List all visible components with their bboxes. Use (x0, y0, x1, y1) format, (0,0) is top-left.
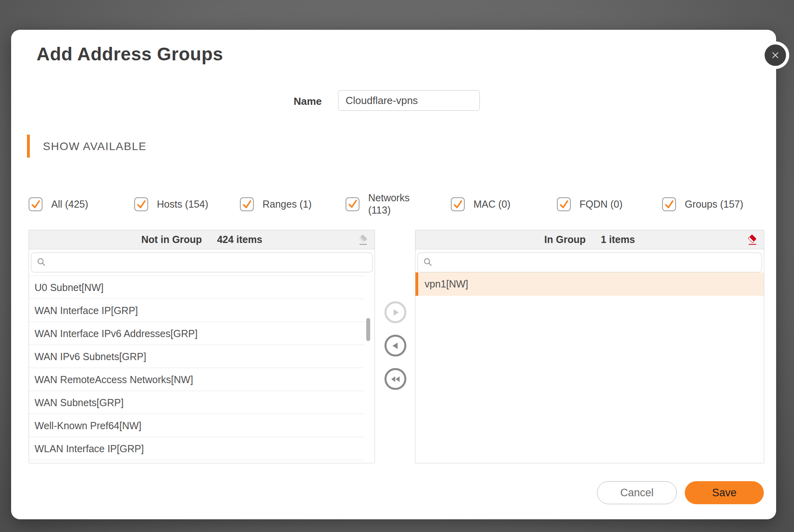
in-group-title: In Group (544, 234, 585, 245)
not-in-group-header: Not in Group 424 items (29, 230, 375, 249)
not-in-group-list: U0 Subnet[NW] WAN Interface IP[GRP] WAN … (29, 272, 375, 460)
filter-label: Hosts (154) (157, 199, 208, 210)
filter-label: All (425) (51, 199, 88, 210)
in-group-count: 1 items (601, 234, 635, 245)
move-right-button[interactable] (384, 301, 406, 323)
checkbox-checked-icon[interactable] (346, 197, 359, 211)
double-arrow-left-icon (390, 375, 401, 384)
name-field-label: Name (249, 95, 322, 108)
in-group-header: In Group 1 items (415, 230, 764, 249)
search-icon (37, 257, 47, 268)
list-item[interactable]: WAN Subnets[GRP] (29, 391, 364, 414)
in-group-list: vpn1[NW] (415, 272, 764, 296)
checkbox-checked-icon[interactable] (29, 197, 43, 211)
in-group-panel: In Group 1 items vpn1[NW] (415, 230, 764, 463)
type-filter-checkbox-item[interactable]: All (425) (29, 197, 88, 211)
save-button[interactable]: Save (685, 481, 764, 504)
checkbox-checked-icon[interactable] (662, 197, 676, 211)
list-item[interactable]: WAN RemoteAccess Networks[NW] (29, 368, 364, 391)
clear-group-eraser-icon[interactable] (746, 233, 759, 246)
arrow-right-icon (391, 308, 400, 317)
list-item[interactable]: U0 Subnet[NW] (29, 276, 364, 299)
filter-label: Groups (157) (685, 199, 743, 210)
in-group-search[interactable] (417, 253, 762, 272)
list-item[interactable]: WLAN Interface IP[GRP] (29, 437, 364, 460)
type-filter-checkbox-item[interactable]: Hosts (154) (134, 197, 208, 211)
list-item[interactable]: WAN IPv6 Subnets[GRP] (29, 345, 364, 368)
type-filter-checkbox-item[interactable]: Ranges (1) (240, 197, 312, 211)
type-filter-checkbox-item[interactable]: Networks (113) (346, 192, 419, 216)
add-address-groups-dialog: Add Address Groups Name SHOW AVAILABLE A… (11, 30, 776, 519)
filter-label: MAC (0) (473, 199, 510, 210)
filter-label: Networks (113) (368, 192, 419, 216)
checkbox-checked-icon[interactable] (240, 197, 254, 211)
in-group-search-input[interactable] (437, 257, 756, 268)
section-header-show-available: SHOW AVAILABLE (43, 140, 147, 153)
close-button[interactable] (765, 44, 786, 66)
not-in-group-title: Not in Group (141, 234, 202, 245)
clear-list-eraser-icon[interactable] (357, 233, 369, 246)
checkbox-checked-icon[interactable] (134, 197, 148, 211)
not-in-group-panel: Not in Group 424 items U0 Subnet[NW] (29, 230, 375, 463)
list-item[interactable]: WAN Interface IP[GRP] (29, 299, 364, 322)
not-in-group-search[interactable] (31, 253, 373, 272)
checkbox-checked-icon[interactable] (451, 197, 465, 211)
move-left-button[interactable] (384, 335, 406, 357)
list-item[interactable]: WAN Interface IPv6 Addresses[GRP] (29, 322, 364, 345)
cancel-button[interactable]: Cancel (597, 481, 677, 504)
section-accent-bar (27, 135, 30, 158)
list-item[interactable]: Well-Known Pref64[NW] (29, 414, 364, 437)
dialog-title: Add Address Groups (37, 43, 223, 65)
type-filter-checkbox-item[interactable]: Groups (157) (662, 197, 743, 211)
selected-group-member[interactable]: vpn1[NW] (415, 272, 764, 296)
search-icon (423, 257, 433, 268)
type-filter-checkbox-item[interactable]: FQDN (0) (557, 197, 622, 211)
not-in-group-count: 424 items (217, 234, 262, 245)
type-filter-checkbox-item[interactable]: MAC (0) (451, 197, 510, 211)
not-in-group-search-input[interactable] (51, 257, 367, 268)
move-all-left-button[interactable] (384, 368, 406, 390)
close-icon (771, 50, 780, 60)
list-scrollbar-thumb[interactable] (366, 318, 370, 341)
filter-label: Ranges (1) (263, 199, 312, 210)
filter-label: FQDN (0) (580, 199, 622, 210)
name-input[interactable] (338, 90, 480, 111)
arrow-left-icon (391, 341, 400, 350)
checkbox-checked-icon[interactable] (557, 197, 571, 211)
